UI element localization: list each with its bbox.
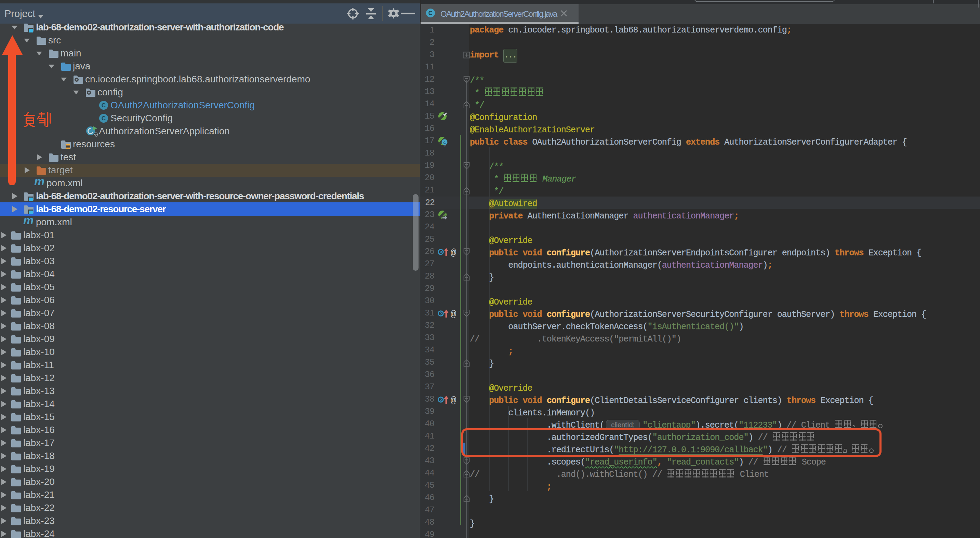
svg-text:c: c xyxy=(443,140,445,145)
svg-text:C: C xyxy=(102,115,106,122)
svg-text:C: C xyxy=(428,10,433,16)
svg-text:@: @ xyxy=(451,309,456,319)
svg-text:C: C xyxy=(102,102,106,109)
svg-text:@: @ xyxy=(451,395,456,405)
svg-text:@: @ xyxy=(451,248,456,257)
